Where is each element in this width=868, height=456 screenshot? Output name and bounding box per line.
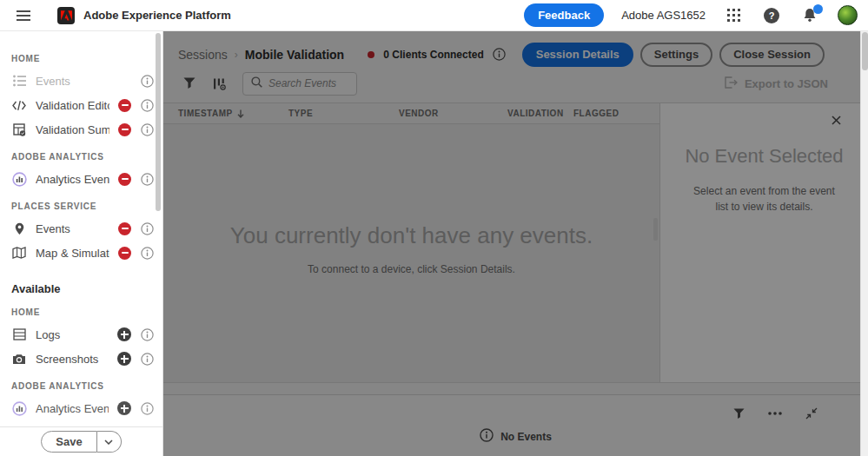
timeline-panel: No Events: [163, 394, 868, 456]
info-icon[interactable]: [140, 221, 154, 235]
info-icon[interactable]: [140, 352, 154, 366]
sidebar-item-label: Events: [36, 222, 109, 235]
chevron-right-icon: ›: [235, 49, 238, 61]
remove-badge-icon[interactable]: [118, 247, 131, 260]
breadcrumb: Sessions › Mobile Validation: [178, 48, 344, 62]
collapse-icon[interactable]: [800, 402, 823, 425]
timeline-filter-icon[interactable]: [727, 402, 750, 425]
sidebar-item-label: Screenshots: [36, 353, 109, 366]
sidebar-item-logs[interactable]: Logs: [0, 322, 162, 347]
events-empty-state: You currently don't have any events. To …: [163, 124, 659, 382]
event-detail-panel: No Event Selected Select an event from t…: [659, 102, 868, 382]
column-flagged[interactable]: FLAGGED: [573, 109, 626, 118]
sidebar-item-label: Events: [36, 75, 131, 88]
info-icon[interactable]: [493, 48, 507, 62]
section-label-home: HOME: [0, 43, 162, 69]
main-scrollbar-thumb[interactable]: [862, 32, 868, 70]
code-icon: [11, 100, 27, 111]
sidebar-item-validation-summary[interactable]: Validation Summary: [0, 117, 162, 142]
sidebar-item-label: Analytics Events (Beta): [36, 402, 109, 415]
sidebar-item-analytics-events-beta[interactable]: Analytics Events (Beta): [0, 396, 162, 420]
hamburger-menu-icon[interactable]: [10, 3, 36, 29]
sidebar-item-events[interactable]: Events: [0, 69, 162, 93]
sidebar-item-places-events[interactable]: Events: [0, 216, 162, 241]
export-icon: [725, 76, 738, 91]
camera-icon: [11, 354, 27, 365]
sidebar-item-screenshots[interactable]: Screenshots: [0, 347, 162, 371]
remove-badge-icon[interactable]: [118, 123, 131, 136]
search-events-input[interactable]: [268, 77, 348, 89]
column-vendor[interactable]: VENDOR: [399, 109, 507, 118]
sidebar-item-validation-editor[interactable]: Validation Editor: [0, 93, 162, 117]
info-icon[interactable]: [140, 122, 154, 136]
remove-badge-icon[interactable]: [118, 173, 131, 186]
info-icon[interactable]: [140, 98, 154, 112]
detail-panel-title: No Event Selected: [660, 145, 868, 168]
filter-icon[interactable]: [178, 72, 201, 95]
session-details-button[interactable]: Session Details: [522, 43, 633, 67]
column-settings-icon[interactable]: [208, 72, 230, 95]
sidebar-item-label: Analytics Events: [36, 173, 109, 186]
adobe-logo-icon: [57, 7, 75, 24]
timeline-empty-state: No Events: [163, 428, 868, 445]
export-to-json-button[interactable]: Export to JSON: [725, 76, 828, 91]
section-label-adobe-analytics-available: ADOBE ANALYTICS: [0, 371, 162, 396]
close-session-button[interactable]: Close Session: [719, 43, 825, 67]
events-table-header: TIMESTAMP TYPE VENDOR VALIDATION FLAGGED: [163, 103, 659, 124]
available-heading: Available: [0, 265, 162, 297]
analytics-icon: [11, 172, 27, 187]
map-pin-icon: [11, 222, 27, 235]
notifications-bell-icon[interactable]: [799, 5, 820, 26]
section-label-places-service: PLACES SERVICE: [0, 191, 162, 216]
more-options-icon[interactable]: [764, 402, 786, 425]
info-icon[interactable]: [140, 246, 154, 260]
add-badge-icon[interactable]: [117, 401, 131, 415]
avatar[interactable]: [838, 5, 858, 25]
add-badge-icon[interactable]: [117, 352, 131, 366]
close-icon[interactable]: [826, 110, 845, 129]
sidebar: HOME Events Validation E: [0, 31, 163, 456]
top-bar: Adobe Experience Platform Feedback Adobe…: [0, 0, 868, 31]
org-label: Adobe AGS1652: [621, 9, 706, 22]
info-icon[interactable]: [140, 327, 154, 341]
save-bar: Save: [0, 426, 162, 456]
sidebar-item-label: Logs: [36, 328, 109, 341]
section-label-adobe-analytics: ADOBE ANALYTICS: [0, 142, 162, 167]
info-icon[interactable]: [140, 172, 154, 186]
timeline-strip: [163, 382, 868, 394]
column-validation[interactable]: VALIDATION: [507, 109, 573, 118]
breadcrumb-sessions[interactable]: Sessions: [178, 48, 228, 62]
feedback-button[interactable]: Feedback: [524, 3, 604, 27]
connection-status-dot: [368, 51, 374, 58]
app-title: Adobe Experience Platform: [83, 9, 231, 22]
app-switcher-icon[interactable]: [723, 5, 744, 26]
sidebar-item-map-simulate[interactable]: Map & Simulate: [0, 241, 162, 265]
remove-badge-icon[interactable]: [118, 222, 131, 235]
info-icon[interactable]: [140, 401, 154, 415]
remove-badge-icon[interactable]: [118, 99, 131, 112]
add-badge-icon[interactable]: [117, 327, 131, 341]
main-scrollbar[interactable]: [860, 31, 868, 456]
column-timestamp[interactable]: TIMESTAMP: [178, 109, 288, 118]
sidebar-scrollbar[interactable]: [156, 33, 161, 211]
info-icon[interactable]: [140, 74, 154, 88]
column-type[interactable]: TYPE: [288, 109, 399, 118]
map-icon: [11, 247, 27, 259]
main-region: Sessions › Mobile Validation 0 Clients C…: [163, 31, 868, 456]
save-dropdown-button[interactable]: [97, 431, 122, 453]
clients-connected-status: 0 Clients Connected: [383, 49, 483, 61]
empty-state-title: You currently don't have any events.: [230, 222, 593, 249]
section-label-home-available: HOME: [0, 297, 162, 322]
settings-button[interactable]: Settings: [640, 43, 712, 67]
save-button[interactable]: Save: [41, 431, 96, 453]
events-toolbar: Export to JSON: [163, 71, 868, 102]
logs-icon: [11, 328, 27, 340]
help-icon[interactable]: ?: [761, 5, 782, 26]
search-box: [242, 72, 357, 96]
events-table: TIMESTAMP TYPE VENDOR VALIDATION FLAGGED…: [163, 102, 659, 382]
detail-panel-body: Select an event from the event list to v…: [688, 183, 841, 215]
sidebar-item-analytics-events[interactable]: Analytics Events: [0, 167, 162, 191]
sidebar-item-label: Map & Simulate: [36, 247, 109, 260]
analytics-icon: [11, 401, 27, 416]
event-list-scrollbar[interactable]: [653, 218, 658, 241]
